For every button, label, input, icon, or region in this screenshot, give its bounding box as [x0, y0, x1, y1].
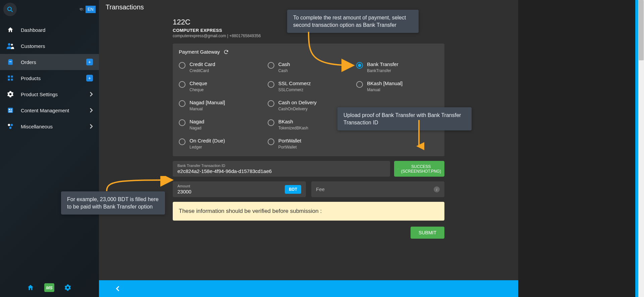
sidebar-item-customers[interactable]: Customers: [0, 38, 99, 54]
lang-en[interactable]: EN: [86, 6, 96, 13]
footer-gear-icon[interactable]: [64, 284, 71, 291]
txid-value: e2c824a2-158e-4f94-96da-d15783cd1ae6: [177, 168, 385, 174]
callout-upload: Upload proof of Bank Transfer with Bank …: [337, 107, 472, 130]
scrollbar-thumb[interactable]: [639, 0, 644, 60]
check-icon: [397, 167, 398, 171]
amount-label: Amount: [177, 184, 285, 188]
svg-point-3: [11, 44, 13, 46]
main-content: Transactions 122C COMPUTER EXPRESS compu…: [99, 0, 518, 297]
method-portwallet[interactable]: PortWalletPortWallet: [268, 136, 350, 151]
lang-bn[interactable]: বাং: [77, 6, 86, 13]
sidebar-item-orders[interactable]: Orders +: [0, 54, 99, 70]
sidebar: বাং EN Dashboard Customers Orders + Prod…: [0, 0, 99, 297]
transaction-id-field[interactable]: Bank Transfer Transaction ID e2c824a2-15…: [173, 161, 390, 177]
amount-field[interactable]: Amount 23000 BDT: [173, 181, 306, 197]
info-icon[interactable]: i: [434, 186, 440, 192]
sidebar-item-miscellaneous[interactable]: Miscellaneous: [0, 118, 99, 134]
svg-line-1: [11, 10, 13, 12]
svg-point-2: [8, 43, 10, 46]
method-bkash-manual[interactable]: BKash [Manual]Manual: [356, 79, 438, 94]
fee-field[interactable]: Fee i: [311, 181, 444, 197]
method-cash[interactable]: CashCash: [268, 60, 350, 74]
chevron-right-icon: [90, 108, 93, 113]
footer-home-icon[interactable]: [27, 284, 34, 291]
svg-point-17: [9, 127, 12, 129]
submit-button[interactable]: SUBMIT: [411, 227, 444, 239]
search-button[interactable]: [3, 3, 17, 16]
svg-point-16: [11, 124, 13, 126]
home-icon: [6, 26, 15, 33]
right-accent-strip: [635, 0, 638, 297]
sidebar-item-label: Orders: [21, 59, 86, 65]
svg-rect-4: [9, 61, 12, 62]
method-nagad[interactable]: NagadNagad: [179, 117, 261, 132]
panel-title-text: Payment Gateway: [179, 49, 220, 55]
svg-rect-13: [9, 111, 12, 111]
nav: Dashboard Customers Orders + Products + …: [0, 22, 99, 134]
method-bank-transfer[interactable]: Bank TransferBankTransfer: [356, 60, 438, 74]
chevron-right-icon: [90, 124, 93, 129]
method-on-credit-due[interactable]: On Credit (Due)Ledger: [179, 136, 261, 151]
svg-rect-11: [11, 109, 12, 109]
scrollbar[interactable]: [638, 0, 644, 297]
svg-rect-7: [8, 79, 10, 81]
sidebar-item-product-settings[interactable]: Product Settings: [0, 86, 99, 102]
sidebar-item-content-management[interactable]: Content Management: [0, 102, 99, 118]
footer-ms-badge[interactable]: MS: [44, 283, 54, 292]
payment-gateway-panel: Payment Gateway Credit CardCreditCard Ca…: [173, 44, 444, 156]
language-toggle[interactable]: বাং EN: [77, 6, 96, 13]
content-icon: [6, 107, 15, 114]
svg-rect-12: [11, 110, 12, 110]
sidebar-item-dashboard[interactable]: Dashboard: [0, 22, 99, 38]
refresh-icon[interactable]: [223, 49, 229, 55]
products-icon: [6, 75, 15, 81]
sidebar-footer: MS: [0, 278, 99, 297]
upload-success-badge[interactable]: SUCCESS(SCREENSHOT.PNG): [394, 161, 444, 177]
sidebar-item-label: Product Settings: [21, 92, 90, 97]
customer-contact: computerexpress@gmail.com | +88017658493…: [173, 34, 444, 38]
orders-icon: [6, 59, 15, 65]
sidebar-item-label: Dashboard: [21, 27, 93, 33]
txid-label: Bank Transfer Transaction ID: [177, 164, 385, 168]
people-icon: [6, 43, 15, 49]
warning-banner: These information should be verified bef…: [173, 202, 444, 221]
currency-badge: BDT: [285, 185, 301, 194]
method-credit-card[interactable]: Credit CardCreditCard: [179, 60, 261, 74]
svg-rect-8: [11, 79, 13, 81]
svg-point-15: [8, 124, 10, 126]
bottom-bar: [99, 280, 518, 297]
method-cheque[interactable]: ChequeCheque: [179, 79, 261, 94]
method-ssl-commerz[interactable]: SSL CommerzSSLCommerz: [268, 79, 350, 94]
chevron-right-icon: [90, 92, 93, 97]
sidebar-item-label: Miscellaneous: [21, 124, 90, 129]
svg-rect-10: [9, 109, 10, 110]
method-nagad-manual[interactable]: Nagad [Manual]Manual: [179, 98, 261, 113]
callout-top: To complete the rest amount of payment, …: [287, 10, 419, 33]
add-order-button[interactable]: +: [86, 59, 93, 65]
sidebar-item-label: Content Management: [21, 108, 90, 113]
sidebar-item-label: Customers: [21, 43, 93, 49]
add-product-button[interactable]: +: [86, 75, 93, 81]
amount-value: 23000: [177, 189, 285, 194]
svg-rect-6: [11, 76, 13, 78]
sidebar-item-label: Products: [21, 75, 86, 81]
svg-point-0: [8, 7, 11, 10]
fee-placeholder: Fee: [316, 186, 325, 192]
sidebar-item-products[interactable]: Products +: [0, 70, 99, 86]
svg-rect-5: [8, 76, 10, 78]
misc-icon: [6, 123, 15, 130]
gear-icon: [6, 91, 15, 98]
svg-rect-14: [9, 112, 12, 112]
back-icon[interactable]: [116, 286, 120, 292]
callout-amount: For example, 23,000 BDT is filled here t…: [61, 191, 165, 215]
search-icon: [7, 6, 13, 13]
